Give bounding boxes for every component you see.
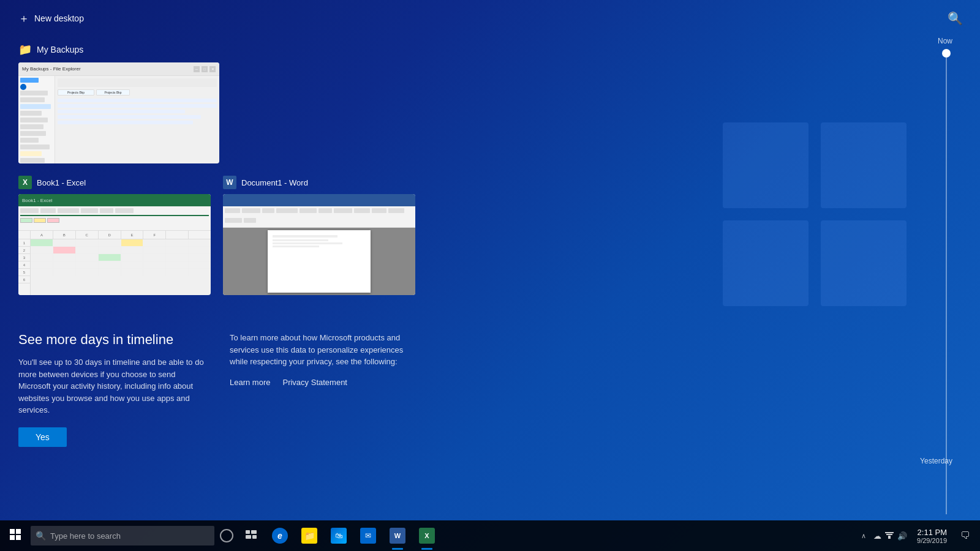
new-desktop-button[interactable]: ＋ New desktop [12,7,90,29]
main-content: 📁 My Backups My Backups - File Explorer … [0,37,931,508]
word-group: W Document1 - Word [223,176,415,295]
excel-active-indicator [421,548,432,550]
taskbar-app-excel[interactable]: X [413,520,441,551]
system-tray: ∧ ☁ 🔊 2:11 PM 9/29/2019 🗨 [859,520,980,551]
store-icon: 🛍 [331,528,347,544]
timeline-line [946,58,947,514]
excel-grid-area: 1 2 3 4 5 6 A B C D E [18,231,211,295]
svg-rect-10 [246,535,251,539]
new-desktop-label: New desktop [34,13,84,23]
word-document-area [223,228,415,295]
tray-chevron-button[interactable]: ∧ [859,530,869,542]
word-ribbon [223,206,415,228]
word-taskbar-icon: W [223,176,236,189]
clock-time: 2:11 PM [918,528,947,537]
plus-icon: ＋ [18,11,29,26]
notification-icon: 🗨 [960,530,970,541]
cortana-button[interactable] [214,520,239,551]
word-app-name: Document1 - Word [241,178,308,187]
fe-close-btn[interactable]: ✕ [209,66,216,72]
network-tray-icon[interactable] [885,531,894,541]
clock-date: 9/29/2019 [917,537,947,544]
taskbar-app-explorer[interactable]: 📁 [295,520,323,551]
taskbar-app-mail[interactable]: ✉ [354,520,382,551]
cloud-tray-icon[interactable]: ☁ [873,531,881,541]
explorer-icon: 📁 [301,528,317,544]
svg-rect-14 [885,532,894,533]
excel-titlebar: Book1 - Excel [18,194,211,206]
yes-button[interactable]: Yes [18,427,67,447]
svg-rect-13 [886,534,892,535]
promo-links: Learn more Privacy Statement [230,378,417,387]
promo-col-2: To learn more about how Microsoft produc… [230,332,417,447]
promo-col-1: See more days in timeline You'll see up … [18,332,205,447]
excel-card[interactable]: Book1 - Excel [18,194,211,295]
privacy-statement-link[interactable]: Privacy Statement [282,378,347,387]
fe-title-text: My Backups - File Explorer [22,66,191,72]
promo-col1-text: You'll see up to 30 days in timeline and… [18,356,205,416]
file-explorer-card[interactable]: My Backups - File Explorer ─ □ ✕ [18,62,219,163]
windows-start-icon [10,529,21,542]
word-icon: W [390,528,405,544]
excel-app-name: Book1 - Excel [37,178,86,187]
excel-icon: X [419,528,435,544]
taskbar-apps: e 📁 🛍 ✉ W X [266,520,441,551]
taskbar-app-store[interactable]: 🛍 [325,520,353,551]
fe-min-btn[interactable]: ─ [194,66,200,72]
svg-rect-11 [252,535,257,539]
taskbar-app-ie[interactable]: e [266,520,294,551]
promo-heading: See more days in timeline [18,332,205,348]
learn-more-link[interactable]: Learn more [230,378,270,387]
promo-col2-text: To learn more about how Microsoft produc… [230,332,417,368]
taskbar-search-input[interactable] [31,526,214,545]
svg-rect-12 [888,536,891,539]
search-top-button[interactable]: 🔍 [943,6,968,31]
fe-sidebar [18,76,55,163]
timeline-dot-now [942,49,951,58]
fe-main: Projects Bkp Projects Bkp [55,76,219,163]
svg-rect-8 [246,530,250,534]
cortana-icon [220,529,233,542]
volume-tray-icon[interactable]: 🔊 [897,531,907,541]
notification-button[interactable]: 🗨 [954,520,976,551]
fe-max-btn[interactable]: □ [202,66,208,72]
my-backups-section-label: 📁 My Backups [18,43,913,56]
word-card[interactable] [223,194,415,295]
timeline-now-label: Now [938,37,952,45]
mail-icon: ✉ [360,528,376,544]
clock-area[interactable]: 2:11 PM 9/29/2019 [912,528,952,544]
taskbar-app-word[interactable]: W [383,520,412,551]
ie-icon: e [272,528,288,544]
svg-rect-7 [16,535,21,540]
topbar: ＋ New desktop 🔍 [0,0,980,37]
folder-icon: 📁 [18,43,32,56]
word-titlebar [223,194,415,206]
my-backups-label: My Backups [37,45,83,54]
start-button[interactable] [0,520,31,551]
svg-rect-5 [16,529,21,534]
timeline-promo: See more days in timeline You'll see up … [18,320,417,459]
excel-taskbar-icon: X [18,176,32,189]
excel-group: X Book1 - Excel Book1 - Excel [18,176,211,295]
tray-icons-group: ☁ 🔊 [871,531,910,541]
svg-rect-9 [251,530,257,534]
svg-rect-4 [10,529,15,534]
timeline-column: Now Yesterday [937,37,956,514]
apps-row: X Book1 - Excel Book1 - Excel [18,176,913,295]
taskbar-search-wrapper: 🔍 [31,526,214,545]
svg-rect-6 [10,535,15,540]
excel-ribbon [18,206,211,231]
task-view-icon [246,530,257,541]
task-view-button[interactable] [239,520,263,551]
word-active-indicator [392,548,403,550]
taskbar: 🔍 e 📁 🛍 ✉ W [0,520,980,551]
my-backups-thumbnails: My Backups - File Explorer ─ □ ✕ [18,62,913,163]
